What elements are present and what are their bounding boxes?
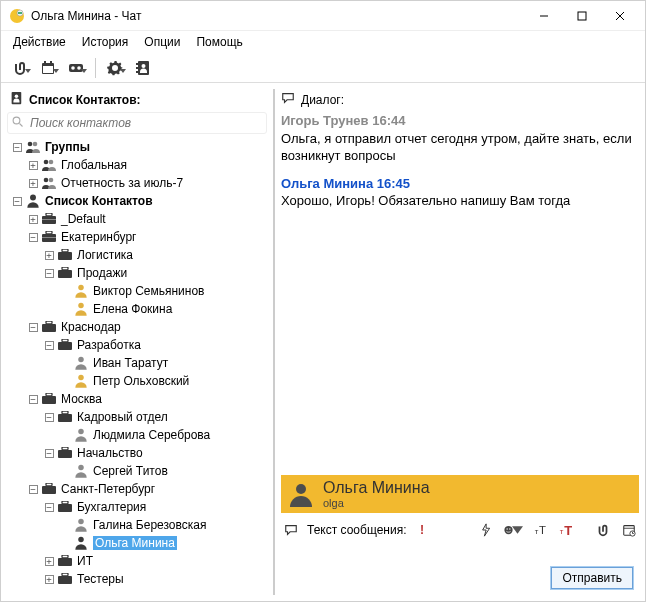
chat-bubble-icon[interactable] xyxy=(281,520,301,540)
tree-person[interactable]: Елена Фокина xyxy=(7,300,267,318)
tree-dept-it[interactable]: + ИТ xyxy=(7,552,267,570)
svg-point-28 xyxy=(44,178,49,183)
maximize-button[interactable] xyxy=(563,2,601,30)
svg-text:т: т xyxy=(560,527,564,536)
tree-dept-sales[interactable]: − Продажи xyxy=(7,264,267,282)
minimize-button[interactable] xyxy=(525,2,563,30)
avatar-icon xyxy=(287,480,315,508)
window-title: Ольга Минина - Чат xyxy=(31,9,525,23)
svg-point-26 xyxy=(44,160,49,165)
tree-dept-hr[interactable]: − Кадровый отдел xyxy=(7,408,267,426)
svg-rect-65 xyxy=(58,576,72,584)
recipient-bar: Ольга Минина olga xyxy=(281,475,639,513)
tree-dept-testers[interactable]: + Тестеры xyxy=(7,570,267,588)
svg-point-56 xyxy=(78,465,83,470)
svg-text:T: T xyxy=(539,524,546,536)
dialog-label: Диалог: xyxy=(301,93,344,107)
briefcase-icon xyxy=(57,554,73,568)
svg-rect-36 xyxy=(42,237,56,238)
svg-text:т: т xyxy=(535,527,539,536)
svg-point-22 xyxy=(13,117,20,124)
contacts-icon xyxy=(9,91,23,108)
tree-office-ekb[interactable]: − Екатеринбург xyxy=(7,228,267,246)
person-away-icon xyxy=(73,374,89,388)
quick-reply-icon[interactable] xyxy=(477,520,497,540)
tree-person[interactable]: Петр Ольховский xyxy=(7,372,267,390)
svg-rect-46 xyxy=(62,339,68,342)
text-size-large-icon[interactable]: тT xyxy=(555,520,575,540)
search-input[interactable] xyxy=(28,115,262,131)
tree-dept-leadership[interactable]: − Начальство xyxy=(7,444,267,462)
chat-window: Ольга Минина - Чат Действие История Опци… xyxy=(0,0,646,602)
text-size-small-icon[interactable]: тT xyxy=(529,520,549,540)
message-body: Хорошо, Игорь! Обязательно напишу Вам то… xyxy=(281,192,639,210)
message: Ольга Минина 16:45 Хорошо, Игорь! Обязат… xyxy=(281,175,639,210)
svg-rect-11 xyxy=(50,61,52,64)
tree-office-default[interactable]: + _Default xyxy=(7,210,267,228)
menu-history[interactable]: История xyxy=(76,33,135,51)
priority-icon[interactable]: ! xyxy=(412,520,432,540)
svg-point-41 xyxy=(78,285,83,290)
settings-button[interactable] xyxy=(102,56,128,80)
svg-point-70 xyxy=(506,528,507,529)
person-away-icon xyxy=(73,284,89,298)
message-body: Ольга, я отправил отчет сегодня утром, д… xyxy=(281,130,639,165)
app-icon xyxy=(9,8,25,24)
tree-person[interactable]: Иван Таратут xyxy=(7,354,267,372)
contact-tree[interactable]: − Группы + Глобальная + Отчетность за ию… xyxy=(7,138,267,595)
schedule-icon[interactable] xyxy=(619,520,639,540)
svg-rect-33 xyxy=(42,219,56,220)
titlebar: Ольга Минина - Чат xyxy=(1,1,645,31)
group-icon xyxy=(41,158,57,172)
tree-office-moscow[interactable]: − Москва xyxy=(7,390,267,408)
tree-person[interactable]: Галина Березовская xyxy=(7,516,267,534)
menu-help[interactable]: Помощь xyxy=(190,33,248,51)
tree-group-global[interactable]: + Глобальная xyxy=(7,156,267,174)
svg-point-61 xyxy=(78,519,83,524)
svg-rect-51 xyxy=(58,414,72,422)
person-online-icon xyxy=(73,536,89,550)
svg-point-13 xyxy=(71,66,75,70)
emoji-icon[interactable] xyxy=(503,520,523,540)
tree-person-selected[interactable]: Ольга Минина xyxy=(7,534,267,552)
svg-rect-38 xyxy=(62,249,68,252)
menu-options[interactable]: Опции xyxy=(138,33,186,51)
tree-group-report[interactable]: + Отчетность за июль-7 xyxy=(7,174,267,192)
tree-office-krasnodar[interactable]: − Краснодар xyxy=(7,318,267,336)
svg-rect-9 xyxy=(43,66,53,73)
person-away-icon xyxy=(73,302,89,316)
svg-rect-49 xyxy=(42,396,56,404)
message-list[interactable]: Игорь Трунев 16:44 Ольга, я отправил отч… xyxy=(281,112,639,475)
tree-person[interactable]: Сергей Титов xyxy=(7,462,267,480)
menu-action[interactable]: Действие xyxy=(7,33,72,51)
contacts-button[interactable] xyxy=(130,56,156,80)
recipient-login: olga xyxy=(323,497,430,509)
voicemail-button[interactable] xyxy=(63,56,89,80)
tree-groups-root[interactable]: − Группы xyxy=(7,138,267,156)
svg-rect-35 xyxy=(46,231,52,234)
pane-divider[interactable] xyxy=(273,89,275,595)
dialog-icon xyxy=(281,91,295,108)
svg-rect-17 xyxy=(136,63,138,65)
content: Список Контактов: − Группы + Глобальная xyxy=(1,83,645,601)
briefcase-icon xyxy=(57,266,73,280)
attach-button[interactable] xyxy=(7,56,33,80)
svg-rect-19 xyxy=(136,71,138,73)
tree-dept-dev[interactable]: − Разработка xyxy=(7,336,267,354)
tree-dept-accounting[interactable]: − Бухгалтерия xyxy=(7,498,267,516)
svg-point-16 xyxy=(142,64,146,68)
tree-office-spb[interactable]: − Санкт-Петербург xyxy=(7,480,267,498)
svg-rect-50 xyxy=(46,393,52,396)
tree-person[interactable]: Людмила Сереброва xyxy=(7,426,267,444)
svg-rect-58 xyxy=(46,483,52,486)
menubar: Действие История Опции Помощь xyxy=(1,31,645,53)
search-box[interactable] xyxy=(7,112,267,134)
tree-dept-logistics[interactable]: + Логистика xyxy=(7,246,267,264)
close-button[interactable] xyxy=(601,2,639,30)
tree-contacts-root[interactable]: − Список Контактов xyxy=(7,192,267,210)
send-button[interactable]: Отправить xyxy=(551,567,633,589)
tree-person[interactable]: Виктор Семьянинов xyxy=(7,282,267,300)
calendar-button[interactable] xyxy=(35,56,61,80)
attach-icon[interactable] xyxy=(593,520,613,540)
svg-line-23 xyxy=(20,123,23,126)
